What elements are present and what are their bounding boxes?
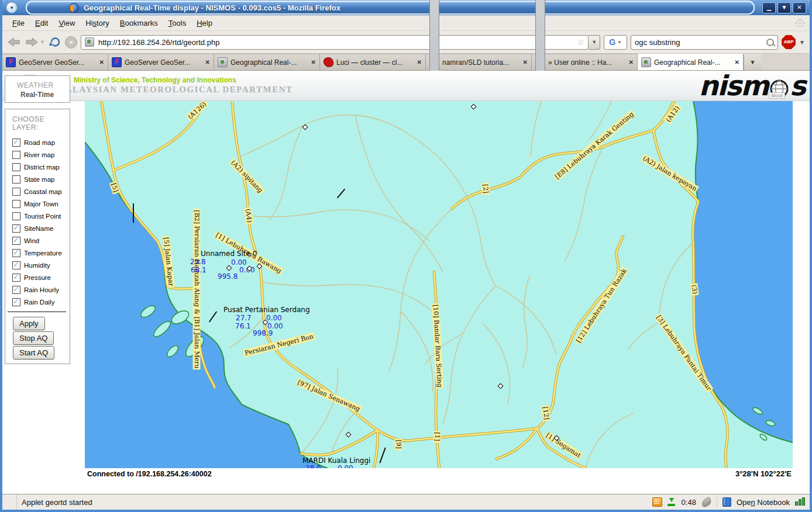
tab-close-icon[interactable]: ✕ [735,59,739,65]
close-button[interactable]: ✕ [793,2,806,13]
list-all-tabs-button[interactable]: ▼ [744,54,761,70]
site-value: 28.0 [305,464,321,468]
flashblock-label[interactable]: Block [769,92,785,99]
history-dropdown-icon[interactable]: ▼ [40,39,45,45]
notes-icon[interactable] [652,497,662,507]
map-applet[interactable]: (A126)(A2) sipitang(A4)[1] Lebuhraya Raw… [85,101,793,468]
chart-icon[interactable] [795,499,805,506]
reload-button[interactable] [49,36,61,48]
menu-edit[interactable]: Edit [30,17,53,29]
download-timer: 0:48 [682,498,696,507]
layer-row-coastal-map[interactable]: Coastal map [5,185,70,198]
layer-row-rain-hourly[interactable]: Rain Hourly [5,283,70,296]
menu-bookmarks[interactable]: Bookmarks [115,17,163,29]
tab-close-icon[interactable]: ✕ [417,59,422,65]
checkbox-pressure[interactable] [12,274,20,282]
forward-button[interactable] [25,37,39,47]
layer-row-tourist-point[interactable]: Tourist Point [5,210,70,222]
tab-close-icon[interactable]: ✕ [99,59,104,65]
checkbox-coastal-map[interactable] [12,188,20,196]
tab-namran-sld-tutoria[interactable]: namran/SLD tutoria...✕ [426,54,532,70]
checkbox-rain-hourly[interactable] [12,286,20,294]
search-icon[interactable] [766,39,774,46]
stop-button[interactable]: ✕ [65,36,77,49]
layer-label: Wind [24,237,39,244]
checkbox-temperature[interactable] [12,249,20,257]
checkbox-district-map[interactable] [12,163,20,171]
tab-close-icon[interactable]: ✕ [523,59,528,65]
site-name: Pusat Pertanian Serdang [223,306,310,314]
layer-panel: CHOOSE LAYER: Road mapRiver mapDistrict … [5,109,70,364]
layer-row-road-map[interactable]: Road map [5,136,70,148]
apply-button[interactable]: Apply [13,317,45,330]
checkbox-major-town[interactable] [12,200,20,208]
applet-favicon-icon [218,57,228,67]
minimize-button[interactable]: ▁ [762,2,776,13]
layer-row-state-map[interactable]: State map [5,173,70,185]
checkbox-humidity[interactable] [12,261,20,269]
layer-row-district-map[interactable]: District map [5,161,70,173]
search-engine-label: G [609,37,615,47]
checkbox-rain-daily[interactable] [12,298,20,306]
url-field[interactable]: http://192.168.254.26/rtd/geortd.php ☆ [81,35,589,50]
quill-icon[interactable] [700,497,713,508]
url-text[interactable]: http://192.168.254.26/rtd/geortd.php [98,38,575,47]
url-dropdown-button[interactable]: ▼ [589,35,600,50]
tabs: FGeoServer GeoSer...✕FGeoServer GeoSer..… [2,54,744,70]
download-icon[interactable] [668,498,676,506]
tab-geographical-real[interactable]: Geographical Real-...✕ [638,54,744,70]
titlebar[interactable]: ▼ Geographical Real-Time display - NISMO… [2,0,810,15]
tab-luci-cluster-cl[interactable]: Luci — cluster — cl...✕ [320,54,426,70]
search-value[interactable]: ogc substring [635,38,680,47]
open-notebook-label[interactable]: Open Notebook [737,498,790,507]
checkbox-road-map[interactable] [12,139,20,147]
menu-history[interactable]: History [80,17,114,29]
site-value: 27.7 [236,314,252,322]
start-aq-button[interactable]: Start AQ [13,346,54,359]
menu-help[interactable]: Help [191,17,218,29]
window-menu-button[interactable]: ▼ [6,2,18,13]
layer-label: District map [24,164,60,171]
search-input[interactable]: ogc substring [631,35,778,50]
tab-user-online-ha[interactable]: » User online :: Ha...✕ [532,54,638,70]
layer-label: Major Town [24,200,59,207]
layer-row-major-town[interactable]: Major Town [5,198,70,210]
layer-row-sitename[interactable]: SiteName [5,222,70,234]
status-text: Applet geortd started [22,498,92,507]
checkbox-sitename[interactable] [12,224,20,233]
search-engine-button[interactable]: G ▼ [604,35,627,50]
checkbox-river-map[interactable] [12,151,20,159]
divider [717,497,717,507]
tab-bar: FGeoServer GeoSer...✕FGeoServer GeoSer..… [2,54,810,71]
menu-file[interactable]: File [7,17,30,29]
checkbox-tourist-point[interactable] [12,212,20,220]
back-button[interactable] [7,37,21,47]
notebook-icon[interactable] [722,497,731,507]
checkbox-state-map[interactable] [12,175,20,184]
menu-tools[interactable]: Tools [163,17,191,29]
layer-row-rain-daily[interactable]: Rain Daily [5,296,70,308]
layer-row-river-map[interactable]: River map [5,148,70,161]
site-value: 76.1 [235,322,251,330]
tab-close-icon[interactable]: ✕ [205,59,210,65]
tab-geoserver-geoser[interactable]: FGeoServer GeoSer...✕ [2,54,108,70]
layer-row-pressure[interactable]: Pressure [5,271,70,283]
checkbox-wind[interactable] [12,237,20,245]
layer-row-humidity[interactable]: Humidity [5,259,70,271]
stop-aq-button[interactable]: Stop AQ [13,331,54,345]
layer-row-temperature[interactable]: Temperature [5,247,70,259]
tab-label: Geographical Real-... [654,58,732,67]
tab-geographical-real[interactable]: Geographical Real-...✕ [214,54,320,70]
tab-close-icon[interactable]: ✕ [629,59,634,65]
site-name: Unnamed Site 0 [201,250,257,258]
layer-row-wind[interactable]: Wind [5,234,70,247]
maximize-button[interactable]: ▼ [777,2,791,13]
adblock-dropdown-icon[interactable]: ▼ [799,39,805,46]
menu-view[interactable]: View [53,17,80,29]
nismos-logo: nism s [699,70,805,102]
tab-close-icon[interactable]: ✕ [311,59,316,65]
adblock-icon[interactable]: ABP [782,35,796,49]
page-content: Ministry of Science, Technology and Inno… [2,71,810,494]
tab-geoserver-geoser[interactable]: FGeoServer GeoSer...✕ [108,54,214,70]
bookmark-star-icon[interactable]: ☆ [577,37,585,47]
